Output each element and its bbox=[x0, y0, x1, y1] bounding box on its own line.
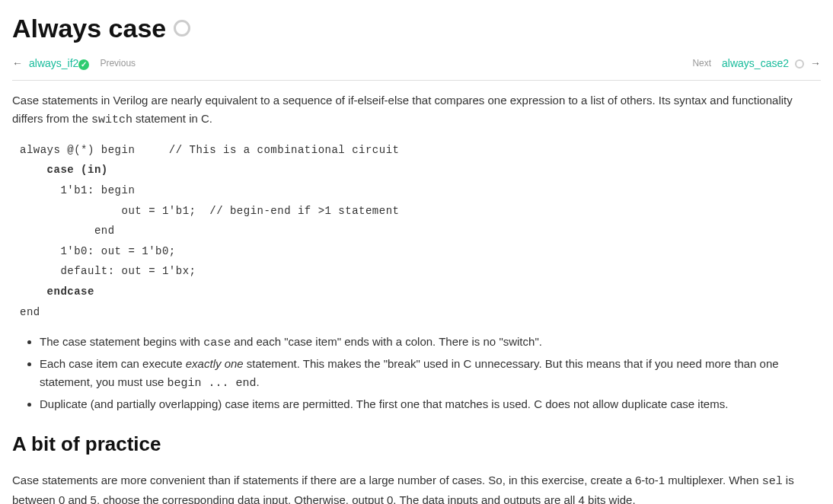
li-code: case bbox=[203, 337, 231, 349]
li-em: exactly one bbox=[186, 357, 244, 370]
li-text: . bbox=[257, 375, 260, 388]
practice-text: Case statements are more convenient than… bbox=[12, 474, 762, 486]
intro-text-2: statement in C. bbox=[132, 112, 212, 125]
practice-code: sel bbox=[762, 475, 783, 488]
check-icon: ✓ bbox=[78, 59, 89, 70]
li-text: The case statement begins with bbox=[40, 335, 203, 348]
next-label: Next bbox=[692, 56, 711, 71]
list-item: Duplicate (and partially overlapping) ca… bbox=[40, 395, 821, 413]
code-line: end bbox=[20, 306, 40, 318]
prev-link[interactable]: always_if2✓ bbox=[29, 55, 89, 72]
code-indent bbox=[20, 164, 47, 176]
prev-link-text: always_if2 bbox=[29, 57, 78, 69]
code-indent bbox=[20, 285, 47, 298]
li-code: begin ... end bbox=[168, 377, 257, 390]
next-link-text: always_case2 bbox=[722, 57, 789, 69]
status-circle-icon bbox=[174, 20, 190, 37]
intro-code: switch bbox=[91, 113, 132, 126]
notes-list: The case statement begins with case and … bbox=[12, 333, 821, 413]
arrow-left-icon[interactable]: ← bbox=[12, 55, 23, 72]
code-line: out = 1'b1; // begin-end if >1 statement bbox=[20, 205, 399, 217]
code-block: always @(*) begin // This is a combinati… bbox=[20, 140, 821, 322]
code-line: 1'b1: begin bbox=[20, 184, 135, 196]
page-title-text: Always case bbox=[12, 8, 166, 49]
status-circle-sm-icon bbox=[795, 59, 804, 69]
code-line: default: out = 1'bx; bbox=[20, 265, 196, 277]
li-text: Each case item can execute bbox=[40, 357, 186, 370]
code-line: always @(*) begin // This is a combinati… bbox=[20, 144, 399, 156]
list-item: Each case item can execute exactly one s… bbox=[40, 355, 821, 393]
page-title: Always case bbox=[12, 8, 821, 49]
arrow-right-icon[interactable]: → bbox=[810, 55, 821, 72]
prev-label: Previous bbox=[100, 56, 136, 71]
list-item: The case statement begins with case and … bbox=[40, 333, 821, 352]
next-link[interactable]: always_case2 bbox=[722, 55, 789, 72]
code-keyword: endcase bbox=[47, 285, 94, 298]
li-text: and each "case item" ends with a colon. … bbox=[231, 335, 542, 348]
practice-heading: A bit of practice bbox=[12, 429, 821, 461]
code-line: end bbox=[20, 225, 115, 237]
li-text: Duplicate (and partially overlapping) ca… bbox=[40, 397, 728, 410]
code-line: 1'b0: out = 1'b0; bbox=[20, 245, 176, 257]
practice-paragraph-1: Case statements are more convenient than… bbox=[12, 471, 821, 504]
intro-paragraph: Case statements in Verilog are nearly eq… bbox=[12, 91, 821, 129]
prev-next-nav: ← always_if2✓ Previous Next always_case2… bbox=[12, 52, 821, 80]
code-keyword: case (in) bbox=[47, 164, 108, 176]
